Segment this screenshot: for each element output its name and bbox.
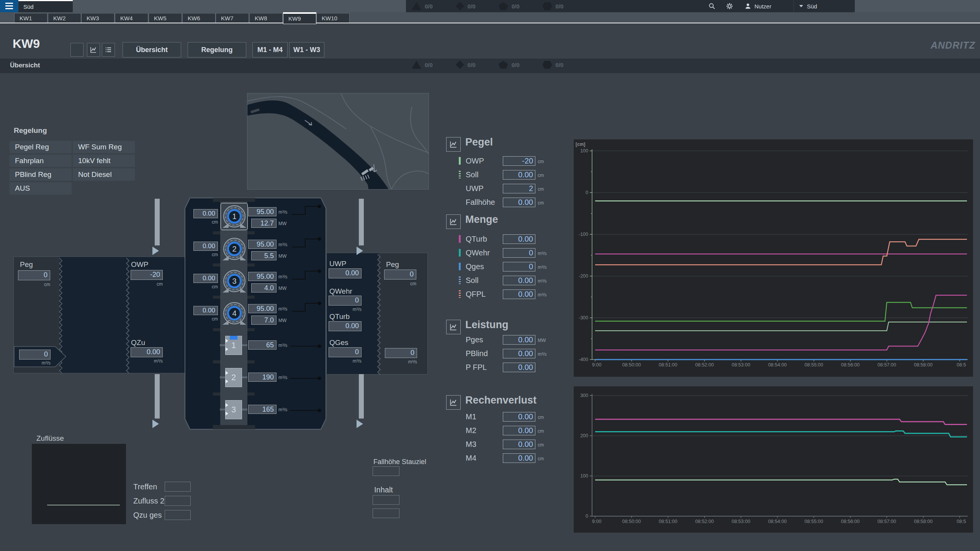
triangle-icon [412,2,421,10]
panel-row-field[interactable]: 2 [503,184,535,193]
panel-trend-button-menge[interactable] [446,214,461,229]
turbine-icon[interactable]: 2 [223,238,245,260]
peg_left-field[interactable]: 0 [18,270,50,280]
panel-row-field[interactable]: 0.00 [503,453,535,463]
regelung-button-pegel-reg[interactable]: Pegel Reg [10,141,72,153]
panel-row-field[interactable]: 0.00 [503,363,535,372]
panel-row-field[interactable]: 0.00 [503,276,535,285]
turbine-icon[interactable]: 1 [223,205,245,227]
svg-text:08:54:00: 08:54:00 [768,519,787,524]
tab-kw7[interactable]: KW7 [216,13,249,23]
map-graphic [247,93,429,189]
list-view-button[interactable] [102,43,115,57]
tab-kw8[interactable]: KW8 [249,13,283,23]
inflow-field[interactable]: 0 [19,350,51,360]
panel-trend-button-rechenverlust[interactable] [446,395,461,410]
turbine-icon[interactable]: 3 [223,270,245,292]
level-gauge-bar [155,199,160,245]
panel-row-label: QWehr [466,249,490,257]
weir-flow-field[interactable]: 65 [248,340,276,350]
panel-row-field[interactable]: 0.00 [503,198,535,207]
regelung-button-aus[interactable]: AUS [10,182,72,195]
panel-row-field[interactable]: 0.00 [503,289,535,299]
panel-title-leistung: Leistung [465,319,509,331]
menu-button[interactable] [0,0,18,12]
panel-row-field[interactable]: 0.00 [503,349,535,358]
tab-kw1[interactable]: KW1 [14,13,47,23]
peg_right-field[interactable]: 0 [384,270,416,280]
regelung-button-10kv-fehlt[interactable]: 10kV fehlt [73,155,135,167]
qzu-field[interactable]: 0.00 [131,347,163,357]
panel-row-field[interactable]: 0 [503,248,535,258]
inhalt-field[interactable] [373,495,399,505]
qges-field[interactable]: 0 [329,347,362,357]
tab-kw9[interactable]: KW9 [283,12,316,24]
qturb-field[interactable]: 0.00 [329,321,362,331]
site-tab-sued[interactable]: Süd [18,0,73,12]
turbine-power-field[interactable]: 12.7 [251,219,276,228]
regelung-button-wf-sum-reg[interactable]: WF Sum Reg [73,141,135,153]
view-button-regelung[interactable]: Regelung [188,42,246,57]
turbine-power-unit: MW [278,286,291,291]
level-gauge-bar [155,374,160,419]
turbine-flow-field[interactable]: 95.00 [248,304,276,313]
tab-kw2[interactable]: KW2 [48,13,81,23]
turbine-flow-field[interactable]: 95.00 [248,272,276,281]
inflow-field[interactable] [165,496,191,506]
panel-row-field[interactable]: 0.00 [503,412,535,422]
region-dropdown[interactable]: Süd [793,0,855,12]
turbine-level-field[interactable]: 0.00 [193,274,218,283]
panel-row-label: Pges [466,335,483,344]
weir-flow-unit: m³/s [278,407,291,412]
hamburger-icon [5,5,13,7]
panel-row-field[interactable]: 0.00 [503,170,535,180]
view-button-w1-w3[interactable]: W1 - W3 [289,42,324,57]
user-button[interactable]: Nutzer [739,0,793,12]
tab-kw5[interactable]: KW5 [149,13,182,23]
series-salmon-step [595,239,967,265]
panel-row-label: P FPL [466,363,487,372]
turbine-level-unit: cm [193,252,218,257]
turbine-level-field[interactable]: 0.00 [193,306,218,315]
turbine-level-field[interactable]: 0.00 [193,242,218,251]
inhalt-field[interactable] [373,508,399,518]
qwehr-field[interactable]: 0 [329,296,362,306]
panel-row-field[interactable]: 0.00 [503,335,535,345]
turbine-power-field[interactable]: 5.5 [251,251,276,260]
out_right-field[interactable]: 0 [385,348,417,358]
regelung-button-fahrplan[interactable]: Fahrplan [10,155,72,167]
blank-tool-button[interactable] [70,43,83,57]
turbine-power-field[interactable]: 7.0 [251,316,276,325]
turbine-power-field[interactable]: 4.0 [251,283,276,293]
alarm-counter: 0/0 [456,2,476,10]
inflow-field[interactable] [165,510,191,520]
weir-flow-field[interactable]: 190 [248,373,276,382]
panel-trend-button-leistung[interactable] [446,320,461,334]
turbine-level-field[interactable]: 0.00 [193,209,218,218]
trend-view-button[interactable] [87,43,100,57]
inflow-field[interactable] [165,482,191,492]
tab-kw4[interactable]: KW4 [115,13,148,23]
search-button[interactable] [704,0,720,12]
regelung-button-not-diesel[interactable]: Not Diesel [73,168,135,181]
fallhoehe-stauziel-field[interactable] [373,466,399,476]
tab-kw6[interactable]: KW6 [182,13,216,23]
tab-kw10[interactable]: KW10 [316,13,350,23]
panel-row-field[interactable]: -20 [503,156,535,166]
panel-row-field[interactable]: 0.00 [503,234,535,244]
view-button--bersicht[interactable]: Übersicht [123,42,181,57]
panel-row-field[interactable]: 0.00 [503,440,535,449]
owp-field[interactable]: -20 [131,270,163,280]
turbine-icon[interactable]: 4 [223,302,245,324]
panel-trend-button-pegel[interactable] [446,137,461,152]
uwp-field[interactable]: 0.00 [329,268,362,278]
panel-row-field[interactable]: 0 [503,262,535,271]
regelung-button-pblind-reg[interactable]: PBlind Reg [10,168,72,181]
turbine-flow-field[interactable]: 95.00 [248,240,276,249]
view-button-m1-m4[interactable]: M1 - M4 [252,42,288,57]
weir-flow-field[interactable]: 165 [248,405,276,414]
settings-button[interactable] [722,0,738,12]
tab-kw3[interactable]: KW3 [81,13,115,23]
turbine-flow-field[interactable]: 95.00 [248,207,276,216]
panel-row-field[interactable]: 0.00 [503,426,535,435]
